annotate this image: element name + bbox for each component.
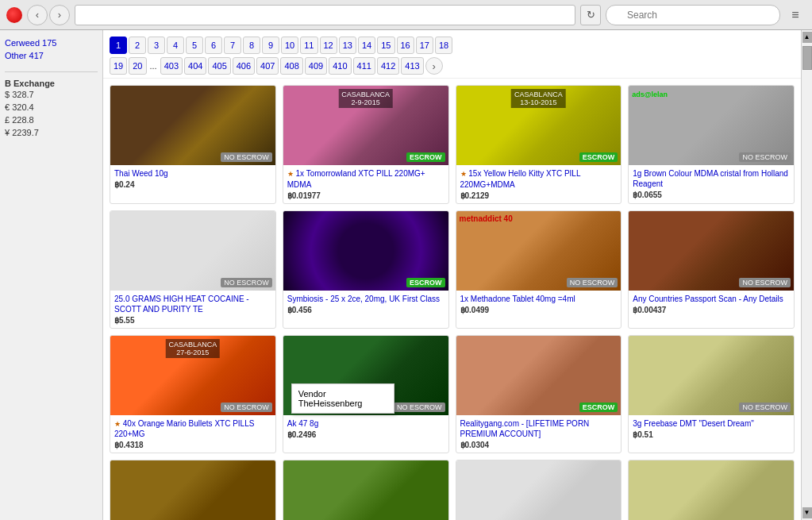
page-19[interactable]: 19 xyxy=(110,57,127,75)
page-18[interactable]: 18 xyxy=(435,37,452,54)
product-image: ESCROW xyxy=(283,211,448,291)
escrow-badge: ESCROW xyxy=(406,152,445,162)
sidebar: Cerweed 175 Other 417 B Exchange $ 328.7… xyxy=(0,30,103,520)
content-area: Cerweed 175 Other 417 B Exchange $ 328.7… xyxy=(0,30,812,520)
url-bar[interactable] xyxy=(75,5,575,25)
product-grid: NO ESCROW Thai Weed 10g ฿0.24 CASABLANCA… xyxy=(103,79,801,520)
product-card[interactable]: CASABLANCA13-10-2015 ESCROW ★ 15x Yellow… xyxy=(456,85,622,204)
sidebar-item-other[interactable]: Other 417 xyxy=(5,49,98,62)
product-card[interactable]: ESCROW Realitygang.com - [LIFETIME PORN … xyxy=(456,335,622,454)
scroll-thumb[interactable] xyxy=(802,46,812,70)
product-thumbnail xyxy=(456,460,622,520)
product-card[interactable] xyxy=(456,460,622,520)
page-403[interactable]: 403 xyxy=(160,57,183,75)
page-17[interactable]: 17 xyxy=(416,37,433,54)
page-408[interactable]: 408 xyxy=(280,57,302,75)
page-16[interactable]: 16 xyxy=(397,37,414,54)
browser-logo xyxy=(6,7,22,23)
page-2[interactable]: 2 xyxy=(129,37,146,54)
page-404[interactable]: 404 xyxy=(184,57,206,75)
page-10[interactable]: 10 xyxy=(281,37,298,54)
product-card[interactable]: NO ESCROW Any Countries Passport Scan - … xyxy=(628,210,795,329)
product-card[interactable]: metnaddict 40 NO ESCROW 1x Methadone Tab… xyxy=(456,210,622,329)
search-input[interactable] xyxy=(606,5,780,25)
product-card[interactable]: NO ESCROW Thai Weed 10g ฿0.24 xyxy=(110,85,276,204)
back-button[interactable]: ‹ xyxy=(27,5,48,25)
page-4[interactable]: 4 xyxy=(167,37,184,54)
page-13[interactable]: 13 xyxy=(339,37,356,54)
product-thumbnail xyxy=(629,460,794,520)
scroll-up-button[interactable]: ▲ xyxy=(802,32,812,43)
page-411[interactable]: 411 xyxy=(353,57,375,75)
product-card[interactable] xyxy=(283,460,449,520)
product-title: 1g Brown Colour MDMA cristal from Hollan… xyxy=(633,168,790,189)
product-card[interactable]: NO ESCROW Vendor TheHeissenberg Ak 47 8g… xyxy=(283,335,449,454)
product-card[interactable] xyxy=(110,460,276,520)
sidebar-item-cerweed[interactable]: Cerweed 175 xyxy=(5,37,98,49)
product-price: ฿0.00437 xyxy=(633,306,790,314)
page-1[interactable]: 1 xyxy=(110,37,127,54)
product-price: ฿0.24 xyxy=(114,180,271,189)
forward-button[interactable]: › xyxy=(49,5,70,25)
page-8[interactable]: 8 xyxy=(243,37,260,54)
page-11[interactable]: 11 xyxy=(300,37,317,54)
product-card[interactable]: CASABLANCA2-9-2015 ESCROW ★ 1x Tomorrowl… xyxy=(283,85,449,204)
product-card[interactable]: ESCROW Symbiosis - 25 x 2ce, 20mg, UK Fi… xyxy=(283,210,449,329)
nav-buttons: ‹ › xyxy=(27,5,70,25)
vendor-tooltip: Vendor TheHeissenberg xyxy=(291,383,394,414)
product-title: ★ 1x Tomorrowland XTC PILL 220MG+ MDMA xyxy=(287,168,444,190)
page-412[interactable]: 412 xyxy=(377,57,399,75)
no-escrow-badge: NO ESCROW xyxy=(739,403,791,412)
exchange-rate-eur: € 320.4 xyxy=(5,101,98,114)
page-6[interactable]: 6 xyxy=(205,37,222,54)
product-price: ฿5.55 xyxy=(114,316,271,325)
product-price: ฿0.2496 xyxy=(287,430,444,439)
escrow-badge: ESCROW xyxy=(406,278,445,287)
product-title: 1x Methadone Tablet 40mg =4ml xyxy=(460,294,618,304)
page-20[interactable]: 20 xyxy=(129,57,146,75)
no-escrow-badge: NO ESCROW xyxy=(394,403,445,412)
product-price: ฿0.51 xyxy=(633,430,790,439)
no-escrow-badge: NO ESCROW xyxy=(221,403,272,412)
product-info: 1x Methadone Tablet 40mg =4ml ฿0.0499 xyxy=(456,291,622,318)
page-14[interactable]: 14 xyxy=(358,37,375,54)
product-image: NO ESCROW xyxy=(110,86,275,165)
page-3[interactable]: 3 xyxy=(148,37,165,54)
product-price: ฿0.0499 xyxy=(460,306,618,314)
page-407[interactable]: 407 xyxy=(256,57,279,75)
next-page-button[interactable]: › xyxy=(425,57,443,75)
escrow-badge: ESCROW xyxy=(579,403,618,412)
browser-menu-button[interactable]: ≡ xyxy=(785,5,806,25)
page-9[interactable]: 9 xyxy=(262,37,279,54)
page-413[interactable]: 413 xyxy=(401,57,423,75)
product-info: ★ 1x Tomorrowland XTC PILL 220MG+ MDMA ฿… xyxy=(283,165,448,203)
product-card[interactable]: ads@lelan NO ESCROW 1g Brown Colour MDMA… xyxy=(628,85,795,204)
product-card[interactable] xyxy=(628,460,795,520)
product-title: Realitygang.com - [LIFETIME PORN PREMIUM… xyxy=(460,418,618,439)
no-escrow-badge: NO ESCROW xyxy=(739,278,791,287)
product-card[interactable]: NO ESCROW 3g Freebase DMT "Desert Dream"… xyxy=(628,335,795,454)
product-card[interactable]: CASABLANCA27-6-2015 NO ESCROW ★ 40x Oran… xyxy=(110,335,276,454)
product-image: NO ESCROW xyxy=(110,211,275,291)
page-409[interactable]: 409 xyxy=(305,57,327,75)
product-info: 25.0 GRAMS HIGH HEAT COCAINE - SCOTT AND… xyxy=(110,291,275,328)
scroll-down-button[interactable]: ▼ xyxy=(802,507,812,518)
exchange-rate-cny: ¥ 2239.7 xyxy=(5,126,98,139)
product-image: NO ESCROW xyxy=(629,211,794,291)
product-title: Ak 47 8g xyxy=(287,418,444,429)
vendor-name: TheHeissenberg xyxy=(298,399,387,408)
page-12[interactable]: 12 xyxy=(320,37,337,54)
page-405[interactable]: 405 xyxy=(208,57,230,75)
page-410[interactable]: 410 xyxy=(329,57,351,75)
scrollbar[interactable]: ▲ ▼ xyxy=(801,30,812,520)
page-15[interactable]: 15 xyxy=(377,37,394,54)
page-406[interactable]: 406 xyxy=(233,57,255,75)
product-info: 3g Freebase DMT "Desert Dream" ฿0.51 xyxy=(629,415,794,442)
page-5[interactable]: 5 xyxy=(186,37,203,54)
refresh-button[interactable]: ↻ xyxy=(580,5,601,25)
no-escrow-badge: NO ESCROW xyxy=(567,278,618,287)
page-7[interactable]: 7 xyxy=(224,37,241,54)
product-card[interactable]: NO ESCROW 25.0 GRAMS HIGH HEAT COCAINE -… xyxy=(110,210,276,329)
product-price: ฿0.0655 xyxy=(633,191,790,199)
no-escrow-badge: NO ESCROW xyxy=(221,278,272,287)
